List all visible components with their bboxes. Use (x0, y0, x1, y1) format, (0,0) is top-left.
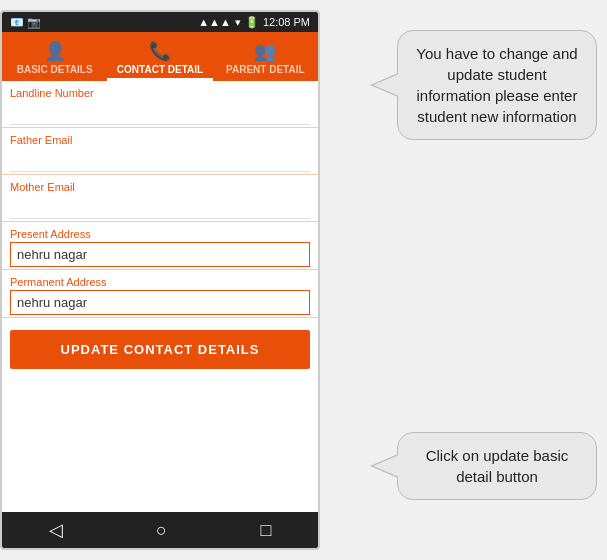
present-address-label: Present Address (10, 228, 310, 240)
phone-frame: 📧 📷 ▲▲▲ ▾ 🔋 12:08 PM 👤 BASIC DETAILS 📞 C… (0, 10, 320, 550)
landline-group: Landline Number (2, 81, 318, 128)
callout-bottom-text: Click on update basic detail button (426, 447, 569, 485)
tab-basic-details[interactable]: 👤 BASIC DETAILS (2, 36, 107, 81)
bottom-nav: ◁ ○ □ (2, 512, 318, 548)
landline-input[interactable] (10, 101, 310, 125)
scene: 📧 📷 ▲▲▲ ▾ 🔋 12:08 PM 👤 BASIC DETAILS 📞 C… (0, 0, 607, 560)
permanent-address-label: Permanent Address (10, 276, 310, 288)
permanent-address-input[interactable] (10, 290, 310, 315)
signal-icon: ▲▲▲ (198, 16, 231, 28)
tab-bar: 👤 BASIC DETAILS 📞 CONTACT DETAIL 👥 PAREN… (2, 32, 318, 81)
tab-parent-detail[interactable]: 👥 PARENT DETAIL (213, 36, 318, 81)
status-bar-right: ▲▲▲ ▾ 🔋 12:08 PM (198, 16, 310, 29)
present-address-input[interactable] (10, 242, 310, 267)
father-email-group: Father Email (2, 128, 318, 175)
status-bar-left: 📧 📷 (10, 16, 41, 29)
landline-label: Landline Number (10, 87, 310, 99)
tab-contact-detail[interactable]: 📞 CONTACT DETAIL (107, 36, 212, 81)
mother-email-input[interactable] (10, 195, 310, 219)
mother-email-group: Mother Email (2, 175, 318, 222)
tabs-row: 👤 BASIC DETAILS 📞 CONTACT DETAIL 👥 PAREN… (2, 32, 318, 81)
person-icon: 👤 (44, 40, 66, 62)
permanent-address-group: Permanent Address (2, 270, 318, 318)
status-bar: 📧 📷 ▲▲▲ ▾ 🔋 12:08 PM (2, 12, 318, 32)
time-display: 12:08 PM (263, 16, 310, 28)
tab-parent-label: PARENT DETAIL (226, 64, 305, 75)
tab-contact-label: CONTACT DETAIL (117, 64, 203, 75)
form-content: Landline Number Father Email Mother Emai… (2, 81, 318, 512)
phone-icon: 📞 (149, 40, 171, 62)
callout-top: You have to change and update student in… (397, 30, 597, 140)
update-contact-button[interactable]: UPDATE CONTACT DETAILS (10, 330, 310, 369)
callout-bottom-arrow (370, 454, 398, 478)
callout-top-arrow (370, 73, 398, 97)
callout-top-text: You have to change and update student in… (416, 45, 577, 125)
father-email-input[interactable] (10, 148, 310, 172)
callout-bottom: Click on update basic detail button (397, 432, 597, 500)
father-email-label: Father Email (10, 134, 310, 146)
present-address-group: Present Address (2, 222, 318, 270)
group-icon: 👥 (254, 40, 276, 62)
home-button[interactable]: ○ (140, 516, 183, 545)
mother-email-label: Mother Email (10, 181, 310, 193)
notification-icons: 📧 📷 (10, 16, 41, 29)
tab-basic-label: BASIC DETAILS (17, 64, 93, 75)
wifi-icon: ▾ (235, 16, 241, 29)
back-button[interactable]: ◁ (33, 515, 79, 545)
recent-button[interactable]: □ (244, 516, 287, 545)
battery-icon: 🔋 (245, 16, 259, 29)
